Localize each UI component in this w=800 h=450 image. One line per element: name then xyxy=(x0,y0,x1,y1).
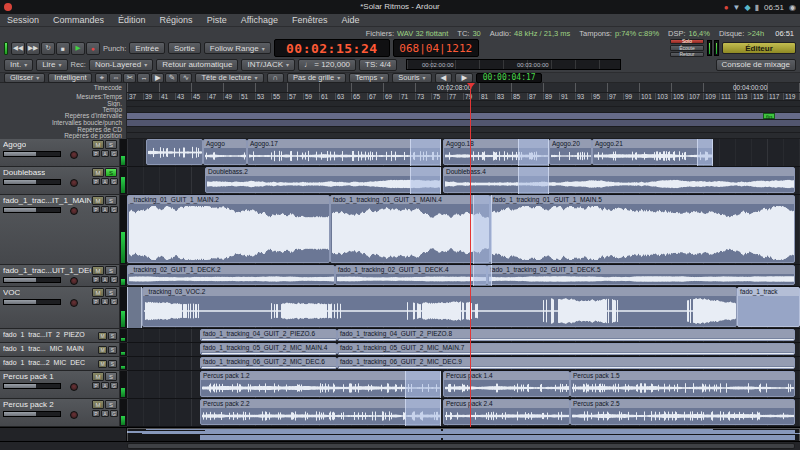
audio-region[interactable]: Agogo.21 xyxy=(592,139,713,165)
ruler-label[interactable]: Timecode xyxy=(0,83,126,93)
nudge-clock[interactable]: 00:00:04:17 xyxy=(476,73,542,83)
group-button[interactable]: G xyxy=(110,178,118,185)
automation-button[interactable]: A xyxy=(101,206,109,213)
playlist-button[interactable]: P xyxy=(92,178,100,185)
audio-region[interactable]: fado_1_tracking_02_GUIT_1_DECK.5 xyxy=(487,265,795,285)
tool-draw-button[interactable]: ✎ xyxy=(165,73,178,83)
sync-source-button[interactable]: INT/JACK xyxy=(241,59,295,71)
audio-region[interactable]: fado_1_tracking_01_GUIT_1_MAIN.5 xyxy=(490,195,795,263)
track-lane[interactable]: _tracking_02_GUIT_1_DECK.2fado_1_trackin… xyxy=(127,265,800,287)
audio-region[interactable]: fado_1_tracking_02_GUIT_1_DECK.4 xyxy=(335,265,487,285)
group-button[interactable]: G xyxy=(110,276,118,283)
solo-button[interactable]: S xyxy=(105,196,117,205)
menu-régions[interactable]: Régions xyxy=(153,15,200,25)
audio-region[interactable]: fado_1_track xyxy=(737,287,800,327)
punch-in-button[interactable]: Entrée xyxy=(129,42,165,54)
mute-button[interactable]: M xyxy=(92,288,104,297)
track-header[interactable]: fado_1_trac..._MIC_MAINMS xyxy=(0,343,120,357)
record-arm-button[interactable] xyxy=(70,411,78,419)
automation-button[interactable]: A xyxy=(101,298,109,305)
tray-network-icon[interactable]: ▼ xyxy=(733,3,741,12)
playlist-button[interactable]: P xyxy=(92,382,100,389)
ruler-location-markers[interactable]: fin xyxy=(127,113,800,120)
mute-button[interactable]: M xyxy=(92,400,104,409)
track-lane[interactable]: AgogoAgogo.17Agogo.18Agogo.20Agogo.21 xyxy=(127,139,800,167)
nudge-forward-button[interactable]: ▶ xyxy=(455,73,473,83)
play-button[interactable]: ▶ xyxy=(71,42,85,55)
audio-region[interactable]: Percus pack 2.5 xyxy=(570,399,795,425)
track-header[interactable]: fado_1_trac...UIT_1_DECKMSPAG xyxy=(0,265,120,287)
record-arm-button[interactable] xyxy=(70,179,78,187)
track-header[interactable]: DoublebassMSPAG xyxy=(0,167,120,195)
audio-region[interactable]: Percus pack 2.4 xyxy=(443,399,570,425)
mini-timeline[interactable]: 00:02:00:0000:03:00:00 xyxy=(406,59,621,70)
menu-affichage[interactable]: Affichage xyxy=(234,15,285,25)
gain-fader[interactable] xyxy=(3,411,61,417)
audio-region[interactable]: Doublebass.2 xyxy=(205,167,441,193)
automation-button[interactable]: A xyxy=(101,410,109,417)
mute-button[interactable]: M xyxy=(92,168,104,177)
track-header[interactable]: Percus pack 2MSPAG xyxy=(0,399,120,427)
solo-button[interactable]: S xyxy=(108,332,117,340)
solo-indicator[interactable]: Solo xyxy=(670,39,704,45)
track-lane[interactable]: Percus pack 2.2Percus pack 2.4Percus pac… xyxy=(127,399,800,427)
track-header[interactable]: VOCMSPAG xyxy=(0,287,120,329)
solo-button[interactable]: S xyxy=(105,372,117,381)
automation-button[interactable]: A xyxy=(101,382,109,389)
record-arm-button[interactable] xyxy=(70,207,78,215)
gain-fader[interactable] xyxy=(3,179,61,185)
record-arm-button[interactable] xyxy=(70,299,78,307)
record-button[interactable]: ● xyxy=(86,42,100,55)
nudge-back-button[interactable]: ◀ xyxy=(435,73,453,83)
solo-button[interactable]: S xyxy=(105,400,117,409)
scrollbar-handle[interactable] xyxy=(127,443,795,449)
mute-button[interactable]: M xyxy=(92,140,104,149)
solo-button[interactable]: S xyxy=(105,140,117,149)
audio-region[interactable]: fado_1_tracking_05_GUIT_2_MIC_MAIN.7 xyxy=(337,343,795,355)
tool-object-button[interactable]: ⌖ xyxy=(95,73,108,83)
track-header[interactable]: AgogoMSPAG xyxy=(0,139,120,167)
gain-fader[interactable] xyxy=(3,151,61,157)
track-header[interactable]: fado_1_trac...2_MIC_DECMS xyxy=(0,357,120,371)
track-lane[interactable]: fado_1_tracking_04_GUIT_2_PIEZO.6fado_1_… xyxy=(127,329,800,343)
audio-region[interactable]: fado_1_tracking_01_GUIT_1_MAIN.4 xyxy=(330,195,490,263)
tray-volume-icon[interactable]: ◆ xyxy=(744,3,750,12)
gain-fader[interactable] xyxy=(3,299,61,305)
snap-magnet-icon[interactable]: ∩ xyxy=(267,73,284,83)
ruler-timecode[interactable]: 00:02:08:0000:04:00:00 xyxy=(127,83,800,93)
group-button[interactable]: G xyxy=(110,206,118,213)
audio-region[interactable]: _tracking_03_VOC.2 xyxy=(142,287,737,327)
tool-range-button[interactable]: ⇔ xyxy=(109,73,122,83)
monitor-input-button[interactable]: Int. xyxy=(4,59,33,71)
go-end-button[interactable]: ▶▶ xyxy=(26,42,40,55)
solo-button[interactable]: S xyxy=(108,360,117,368)
session-overview[interactable] xyxy=(0,427,800,441)
mute-button[interactable]: M xyxy=(98,332,107,340)
ruler-bars[interactable]: 3739414345474951535557596163656769717375… xyxy=(127,93,800,101)
gain-fader[interactable] xyxy=(3,207,61,213)
track-header[interactable]: fado_1_trac...IT_1_MAINMSPAG xyxy=(0,195,120,265)
group-button[interactable]: G xyxy=(110,150,118,157)
zoom-focus-button[interactable]: Tête de lecture xyxy=(195,73,263,83)
monitor-playback-button[interactable]: Lire xyxy=(36,59,67,71)
ruler-loop-punch[interactable] xyxy=(127,120,800,127)
go-start-button[interactable]: ◀◀ xyxy=(11,42,25,55)
ruler-label[interactable]: Intervalles boucle/punch xyxy=(0,120,126,127)
gain-fader[interactable] xyxy=(3,277,61,283)
smart-mode-button[interactable]: Intelligent xyxy=(48,73,92,83)
group-button[interactable]: G xyxy=(110,298,118,305)
grid-units-button[interactable]: Temps xyxy=(349,73,389,83)
overview-canvas[interactable] xyxy=(127,428,800,442)
solo-button[interactable]: S xyxy=(105,266,117,275)
audio-region[interactable]: fado_1_tracking_06_GUIT_2_MIC_DEC.9 xyxy=(337,357,795,369)
audio-region[interactable] xyxy=(146,139,203,165)
mute-button[interactable]: M xyxy=(92,372,104,381)
group-button[interactable]: G xyxy=(110,410,118,417)
edit-point-button[interactable]: Souris xyxy=(392,73,431,83)
ruler-label[interactable]: Mesures:Temps xyxy=(0,93,126,101)
track-lane[interactable]: fado_1_tracking_05_GUIT_2_MIC_MAIN.4fado… xyxy=(127,343,800,357)
mixer-window-button[interactable]: Console de mixage xyxy=(716,59,796,71)
audio-region[interactable]: _tracking_01_GUIT_1_MAIN.2 xyxy=(127,195,330,263)
audio-region[interactable]: fado_1_tracking_05_GUIT_2_MIC_MAIN.4 xyxy=(200,343,337,355)
ruler-label[interactable]: Repères d'intervalle xyxy=(0,113,126,120)
